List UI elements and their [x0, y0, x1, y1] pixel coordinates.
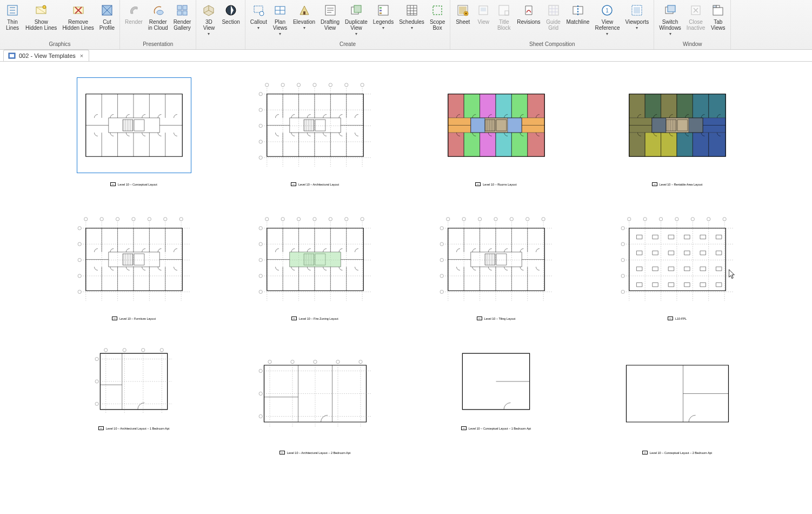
floorplan-viewport[interactable]: [621, 78, 734, 173]
viewport-cell[interactable]: ▭Level 10 – Conceptual Layout – 1 Bedroo…: [427, 346, 565, 476]
viewport-caption: ▭Level 10 – Rooms Layout: [475, 182, 516, 186]
plan-views-button[interactable]: Plan Views▾: [270, 1, 290, 39]
tab-views-button[interactable]: Tab Views: [708, 1, 728, 39]
floorplan-viewport[interactable]: [621, 212, 734, 307]
floorplan-viewport[interactable]: [77, 212, 191, 307]
matchline-button[interactable]: Matchline: [564, 1, 593, 39]
floorplan-viewport[interactable]: [258, 78, 372, 173]
dropdown-arrow-icon: ▾: [636, 25, 638, 30]
svg-point-346: [160, 348, 163, 352]
callout-button[interactable]: Callout▾: [248, 1, 270, 39]
svg-point-163: [78, 227, 81, 230]
thin-lines-button[interactable]: Thin Lines: [2, 1, 23, 39]
svg-point-250: [510, 218, 513, 221]
button-label: Plan Views: [273, 19, 288, 31]
button-label: Title Block: [497, 19, 510, 31]
document-tab[interactable]: 002 - View Templates ×: [3, 50, 89, 61]
document-tab-title: 002 - View Templates: [19, 52, 76, 59]
button-label: 3D View: [203, 19, 215, 31]
svg-point-149: [84, 218, 87, 221]
svg-rect-330: [636, 283, 642, 287]
viewport-caption: ▭Level 10 – Rentable Area Layout: [652, 182, 703, 186]
svg-rect-79: [508, 118, 522, 133]
floorplan-viewport[interactable]: [95, 346, 173, 417]
svg-point-25: [265, 83, 268, 87]
sheet-button[interactable]: Sheet: [452, 1, 473, 39]
viewport-cell[interactable]: ▭Level 10 – Architectural Layout – 2 Bed…: [246, 346, 384, 476]
svg-point-209: [259, 227, 262, 230]
button-label: Elevation: [293, 19, 315, 25]
viewport-cell[interactable]: ▭Level 10 – Conceptual Layout: [65, 78, 203, 208]
guide-grid-icon: [546, 3, 561, 18]
viewport-cell[interactable]: ▭Level 10 – Conceptual Layout – 2 Bedroo…: [608, 346, 746, 476]
duplicate-view-button[interactable]: Duplicate View▾: [342, 1, 370, 39]
section-button[interactable]: Section: [219, 1, 242, 39]
viewport-cell[interactable]: ▭Level 10 – Furniture Layout: [65, 212, 203, 342]
svg-point-211: [259, 242, 262, 246]
remove-hidden-button[interactable]: Remove Hidden Lines: [59, 1, 96, 39]
svg-point-217: [259, 290, 262, 293]
viewport-cell[interactable]: ▭Level 10 – Rentable Area Layout: [608, 78, 746, 208]
floorplan-viewport[interactable]: [440, 78, 553, 173]
ribbon-group: Thin LinesShow Hidden LinesRemove Hidden…: [0, 0, 120, 49]
show-hidden-button[interactable]: Show Hidden Lines: [23, 1, 59, 39]
svg-point-199: [297, 218, 300, 221]
viewport-title: Level 10 – Architectural Layout – 1 Bedr…: [106, 427, 170, 430]
callout-icon: [251, 3, 266, 18]
duplicate-view-icon: [349, 3, 364, 18]
svg-rect-329: [716, 267, 722, 271]
legends-button[interactable]: Legends▾: [370, 1, 396, 39]
svg-rect-5: [134, 120, 144, 131]
viewport-cell[interactable]: ▭Level 10 – Tiling Layout: [427, 212, 565, 342]
elevation-button[interactable]: Elevation▾: [290, 1, 318, 39]
cut-profile-button[interactable]: Cut Profile: [97, 1, 117, 39]
svg-rect-317: [716, 235, 722, 239]
dropdown-arrow-icon: ▾: [411, 25, 413, 30]
button-label: Guide Grid: [546, 19, 561, 31]
render-gallery-button[interactable]: Render Gallery: [171, 1, 194, 39]
drawing-canvas[interactable]: ▭Level 10 – Conceptual Layout▭Level 10 –…: [0, 62, 812, 514]
floorplan-viewport[interactable]: [457, 346, 535, 417]
svg-point-370: [259, 392, 262, 395]
scope-box-button[interactable]: Scope Box: [427, 1, 448, 39]
schedules-button[interactable]: Schedules▾: [396, 1, 427, 39]
viewport-title: Level 10 – Conceptual Layout: [118, 183, 157, 186]
svg-point-304: [621, 242, 624, 246]
viewport-caption: ▭Level 10 – Architectural Layout: [291, 182, 339, 186]
dropdown-arrow-icon: ▾: [279, 31, 281, 36]
view-icon: [476, 3, 491, 18]
viewport-caption: ▭Level 10 – Furniture Layout: [112, 317, 156, 320]
switch-windows-button[interactable]: Switch Windows▾: [656, 1, 684, 39]
viewports-button[interactable]: Viewports▾: [623, 1, 652, 39]
3d-view-button[interactable]: 3D View▾: [198, 1, 219, 39]
viewport-cell[interactable]: ▭Level 10 – Architectural Layout – 1 Bed…: [65, 346, 203, 476]
viewport-title: Level 10 – Architectural Layout – 2 Bedr…: [287, 451, 351, 454]
floorplan-viewport[interactable]: [440, 212, 553, 307]
view-button: View: [473, 1, 494, 39]
floorplan-viewport[interactable]: [621, 346, 734, 441]
document-tab-close[interactable]: ×: [79, 52, 84, 59]
revisions-button[interactable]: Revisions: [514, 1, 543, 39]
svg-point-39: [259, 93, 262, 96]
view-tag-icon: ▭: [642, 451, 648, 454]
matchline-icon: [570, 3, 585, 18]
svg-rect-174: [123, 254, 133, 265]
render-cloud-button[interactable]: Render in Cloud: [145, 1, 171, 39]
view-reference-button[interactable]: View Reference▾: [592, 1, 622, 39]
viewport-title: Level 10 – Architectural Layout: [298, 183, 339, 186]
floorplan-viewport[interactable]: [258, 212, 372, 307]
floorplan-viewport[interactable]: [258, 346, 372, 441]
drafting-view-button[interactable]: Drafting View: [318, 1, 342, 39]
svg-rect-114: [708, 94, 726, 118]
svg-rect-333: [684, 283, 690, 287]
viewport-cell[interactable]: ▭Level 10 – Rooms Layout: [427, 78, 565, 208]
viewport-cell[interactable]: ▭Level 10 – Architectural Layout: [246, 78, 384, 208]
svg-point-167: [78, 258, 81, 261]
floorplan-viewport[interactable]: [77, 78, 191, 173]
button-label: Close Inactive: [687, 19, 705, 31]
viewport-cell[interactable]: ▭Level 10 – Fire Zoning Layout: [246, 212, 384, 342]
switch-windows-icon: [663, 3, 678, 18]
viewport-cell[interactable]: ▭L10-FPL: [608, 212, 746, 342]
ribbon-group-label: Create: [248, 40, 448, 49]
svg-point-350: [95, 380, 98, 383]
